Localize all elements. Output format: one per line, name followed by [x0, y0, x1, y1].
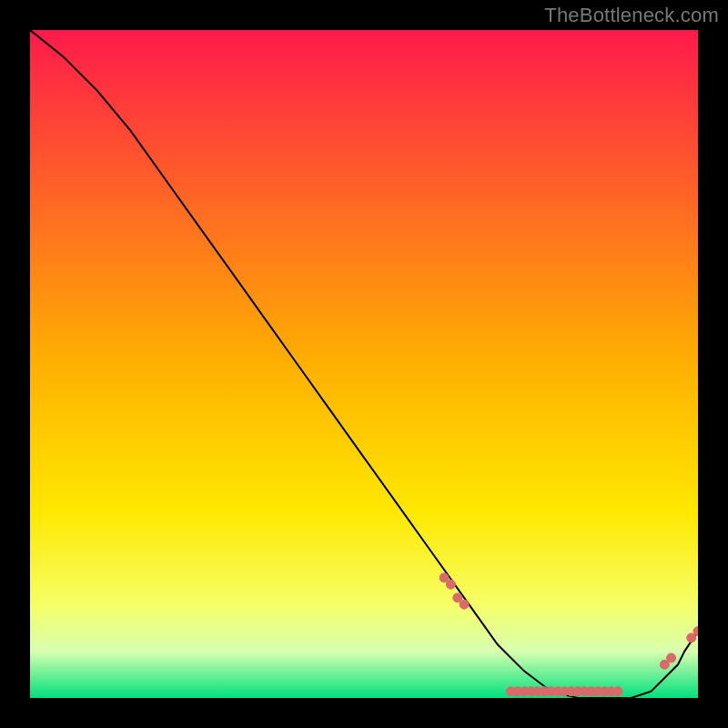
- data-marker: [667, 653, 676, 662]
- chart-frame: TheBottleneck.com: [0, 0, 728, 728]
- data-marker: [460, 600, 469, 609]
- plot-area: [30, 30, 698, 698]
- data-marker: [613, 687, 622, 696]
- watermark-text: TheBottleneck.com: [544, 4, 719, 27]
- chart-svg: [30, 30, 698, 698]
- data-marker: [446, 580, 455, 589]
